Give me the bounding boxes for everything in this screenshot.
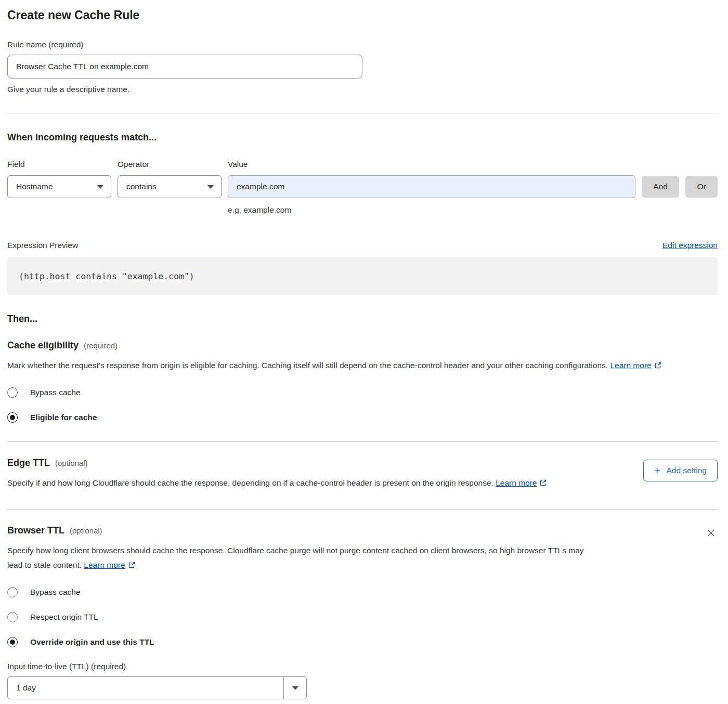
and-button[interactable]: And — [642, 176, 679, 198]
match-heading: When incoming requests match... — [7, 132, 718, 143]
caret-down-icon — [292, 686, 298, 690]
operator-select-value: contains — [126, 182, 157, 191]
operator-label: Operator — [118, 160, 222, 169]
edge-ttl-title: Edge TTL — [7, 458, 50, 468]
radio-circle — [7, 587, 18, 597]
cache-eligibility-title: Cache eligibility — [7, 340, 79, 351]
add-setting-label: Add setting — [666, 466, 707, 475]
external-link-icon — [654, 361, 662, 369]
browser-ttl-optional-badge: (optional) — [70, 526, 102, 535]
radio-bypass-cache[interactable]: Bypass cache — [7, 387, 718, 398]
browser-ttl-section: Browser TTL (optional) Specify how long … — [7, 525, 718, 699]
then-heading: Then... — [7, 314, 718, 324]
expression-code-block: (http.host contains "example.com") — [7, 257, 718, 295]
match-section: When incoming requests match... Field Op… — [7, 132, 718, 215]
value-help: e.g. example.com — [228, 205, 635, 215]
ttl-select-caret-segment[interactable] — [283, 677, 306, 699]
section-divider — [7, 441, 718, 442]
ttl-input-label: Input time-to-live (TTL) (required) — [7, 662, 718, 671]
edge-ttl-section: Edge TTL (optional) Specify if and how l… — [7, 458, 718, 490]
radio-label: Eligible for cache — [30, 413, 97, 422]
cache-eligibility-section: Cache eligibility (required) Mark whethe… — [7, 340, 718, 423]
external-link-icon — [539, 479, 547, 487]
value-input[interactable] — [228, 175, 635, 198]
page-title: Create new Cache Rule — [7, 8, 718, 22]
plus-icon: + — [654, 465, 660, 476]
field-select-value: Hostname — [16, 182, 53, 191]
remove-browser-ttl-button[interactable] — [704, 526, 718, 540]
radio-override-origin-ttl[interactable]: Override origin and use this TTL — [7, 637, 718, 647]
radio-circle — [7, 387, 18, 398]
rule-name-help: Give your rule a descriptive name. — [7, 85, 718, 94]
cache-eligibility-learn-more-link[interactable]: Learn more — [610, 361, 651, 370]
radio-label: Respect origin TTL — [30, 612, 98, 622]
ttl-select[interactable]: 1 day — [7, 676, 307, 699]
radio-label: Bypass cache — [30, 388, 81, 397]
external-link-icon — [128, 561, 136, 569]
radio-label: Bypass cache — [30, 588, 81, 597]
rule-name-section: Rule name (required) Give your rule a de… — [7, 40, 718, 94]
add-setting-button[interactable]: + Add setting — [643, 460, 718, 481]
cache-eligibility-description: Mark whether the request’s response from… — [7, 358, 707, 373]
radio-eligible-for-cache[interactable]: Eligible for cache — [7, 412, 718, 423]
operator-select[interactable]: contains — [118, 175, 222, 198]
browser-ttl-description: Specify how long client browsers should … — [7, 543, 584, 572]
radio-bypass-cache[interactable]: Bypass cache — [7, 587, 718, 597]
edge-ttl-description: Specify if and how long Cloudflare shoul… — [7, 476, 547, 490]
radio-circle — [7, 412, 18, 423]
expression-preview-label: Expression Preview — [7, 241, 78, 250]
cache-eligibility-required-badge: (required) — [84, 341, 118, 350]
expression-section: Expression Preview Edit expression (http… — [7, 241, 718, 295]
rule-name-input[interactable] — [7, 55, 362, 79]
field-label: Field — [7, 160, 111, 169]
value-label: Value — [228, 160, 635, 169]
radio-circle — [7, 612, 18, 622]
edge-ttl-optional-badge: (optional) — [55, 459, 88, 467]
rule-name-label: Rule name (required) — [7, 40, 718, 49]
cache-eligibility-description-text: Mark whether the request’s response from… — [7, 361, 608, 370]
ttl-select-value: 1 day — [8, 677, 283, 699]
browser-ttl-radio-group: Bypass cache Respect origin TTL Override… — [7, 587, 718, 647]
caret-down-icon — [207, 185, 214, 189]
browser-ttl-title: Browser TTL — [7, 525, 64, 536]
radio-respect-origin-ttl[interactable]: Respect origin TTL — [7, 612, 718, 622]
edge-ttl-description-text: Specify if and how long Cloudflare shoul… — [7, 478, 493, 487]
expression-code: (http.host contains "example.com") — [19, 271, 194, 281]
section-divider — [7, 113, 718, 113]
field-select[interactable]: Hostname — [7, 175, 111, 198]
browser-ttl-learn-more-link[interactable]: Learn more — [84, 560, 125, 569]
ttl-input-field: Input time-to-live (TTL) (required) 1 da… — [7, 662, 718, 699]
edit-expression-link[interactable]: Edit expression — [662, 241, 718, 250]
match-condition-row: Field Operator Value Hostname contains A… — [7, 160, 718, 215]
close-icon — [706, 528, 716, 538]
radio-circle — [7, 637, 18, 647]
caret-down-icon — [97, 185, 103, 189]
cache-eligibility-radio-group: Bypass cache Eligible for cache — [7, 387, 718, 423]
section-divider — [7, 509, 718, 510]
edge-ttl-learn-more-link[interactable]: Learn more — [496, 478, 537, 487]
or-button[interactable]: Or — [685, 176, 718, 198]
radio-label: Override origin and use this TTL — [30, 637, 154, 647]
